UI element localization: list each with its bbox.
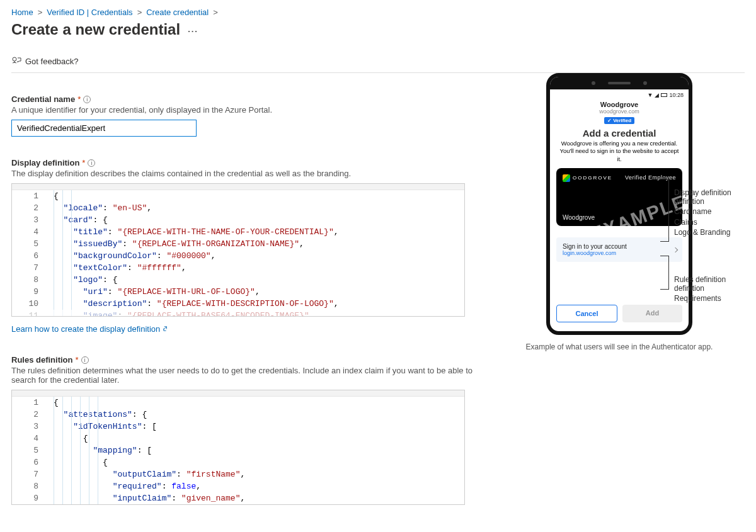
display-definition-label: Display definition [11,158,79,167]
feedback-link[interactable]: Got feedback? [25,57,79,66]
info-icon[interactable]: i [88,159,95,167]
required-marker: * [76,355,79,365]
credential-name-label: Credential name [11,94,75,104]
phone-subtext: Woodgrove is offering you a new credenti… [550,140,689,163]
chevron-right-icon [673,247,678,252]
breadcrumb: Home > Verified ID | Credentials > Creat… [11,8,745,17]
verified-badge: ✓ Verified [604,117,634,124]
preview-caption: Example of what users will see in the Au… [503,342,736,351]
rules-definition-hint: The rules definition determines what the… [11,366,478,385]
breadcrumb-sep: > [137,8,142,17]
card-issuer: Woodgrove [563,214,595,221]
more-menu-button[interactable]: ··· [188,26,198,36]
feedback-icon [11,56,21,66]
signin-title: Sign in to your account [563,243,668,250]
rules-definition-editor[interactable]: 1{2 "attestations": {3 "idTokenHints": [… [11,390,465,505]
logo-icon [563,174,570,182]
breadcrumb-home[interactable]: Home [11,8,33,17]
display-definition-hint: The display definition describes the cla… [11,169,478,178]
display-definition-editor[interactable]: 1{2 "locale": "en-US",3 "card": {4 "titl… [11,183,465,317]
phone-time: 10:28 [669,92,684,98]
required-marker: * [77,94,81,104]
breadcrumb-level1[interactable]: Verified ID | Credentials [47,8,132,17]
phone-mock: ▼ ◢ 10:28 Woodgrove woodgrove.com ✓ Veri… [546,73,692,335]
cancel-button: Cancel [556,305,617,322]
info-icon[interactable]: i [83,96,91,103]
phone-org: Woodgrove [556,101,682,108]
rules-definition-label: Rules definition [11,355,73,365]
external-link-icon [163,325,169,332]
required-marker: * [82,158,85,167]
credential-name-input[interactable] [11,120,197,137]
phone-domain: woodgrove.com [556,108,682,115]
breadcrumb-level2[interactable]: Create credential [146,8,209,17]
card-brand: OODGROVE [563,174,612,182]
add-button: Add [622,305,682,322]
page-title: Create a new credential [11,21,180,38]
breadcrumb-sep: > [38,8,43,17]
svg-point-0 [13,57,16,61]
signin-url: login.woodgrove.com [563,250,668,256]
callout-display: Display definition definition Card name … [674,188,731,237]
credential-name-hint: A unique identifier for your credential,… [11,105,478,115]
breadcrumb-sep: > [213,8,218,17]
info-icon[interactable]: i [81,356,89,364]
phone-heading: Add a credential [550,128,689,139]
callout-rules: Rules definition definition Requirements [674,274,726,304]
example-preview: ▼ ◢ 10:28 Woodgrove woodgrove.com ✓ Veri… [503,73,736,351]
display-definition-learn-link[interactable]: Learn how to create the display definiti… [11,324,169,334]
